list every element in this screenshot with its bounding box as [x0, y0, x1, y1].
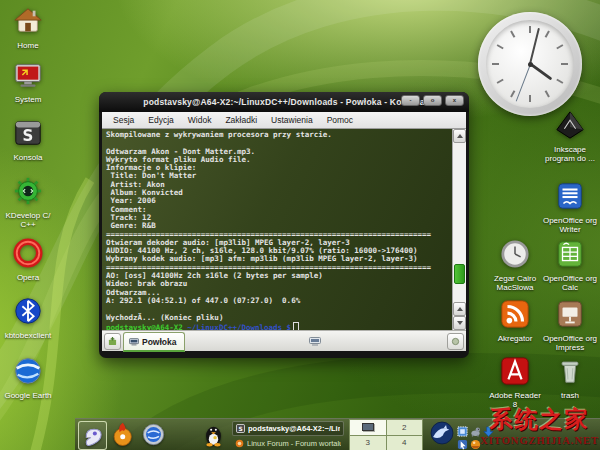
desktop-icon-adobe[interactable]: Adobe Reader 8 — [487, 356, 543, 409]
launcher-tux[interactable] — [200, 421, 227, 448]
tray-icon-cursor[interactable] — [457, 436, 469, 448]
prompt-path: ~/LinuxDC++/Downloads — [183, 323, 282, 330]
taskbar-browser-task[interactable]: Linux Forum - Forum wortalu — [232, 437, 344, 450]
desktop-icon-googleearth[interactable]: Google Earth — [0, 356, 56, 400]
desktop-icon-oowriter[interactable]: OpenOffice org Writer — [542, 181, 598, 234]
desktop: podstavsky@A64-X2:~/LinuxDC++/Downloads … — [0, 0, 600, 450]
tray-download-icon — [483, 426, 494, 437]
pager-desktop-4[interactable]: 4 — [387, 436, 423, 450]
desktop-icon-home[interactable]: Home — [0, 6, 56, 50]
minimize-button[interactable]: - — [401, 95, 420, 106]
desktop-icon-kbtobexclient[interactable]: kbtobexclient — [0, 296, 56, 340]
terminal-line: Album: Konvicted — [106, 189, 452, 197]
arrow-up-icon — [457, 307, 463, 311]
terminal-line: A: 292.1 (04:52.1) of 447.0 (07:27.0) 0.… — [106, 297, 452, 305]
desktop-icon-oocalc[interactable]: OpenOffice org Calc — [542, 239, 598, 292]
desktop-icon-kdevelop[interactable]: KDevelop C/ C++ — [0, 176, 56, 229]
desktop-icon-label-oowriter: OpenOffice org Writer — [542, 216, 598, 234]
desktop-icon-label-adobe: Adobe Reader 8 — [487, 391, 543, 409]
shell-prompt: podstavsky@A64-X2 ~/LinuxDC++/Downloads … — [106, 322, 452, 330]
desktop-pager: 234 — [349, 419, 423, 450]
terminal-cursor — [293, 322, 299, 330]
terminal-line: Track: 12 — [106, 214, 452, 222]
desktop-icon-label-oocalc: OpenOffice org Calc — [542, 274, 598, 292]
oocalc-icon — [555, 239, 585, 269]
desktop-icon-system[interactable]: System — [0, 60, 56, 104]
scrollbar-track[interactable] — [453, 143, 466, 302]
launcher-konqueror[interactable] — [140, 421, 167, 448]
pager-desktop-3[interactable]: 3 — [350, 436, 386, 450]
close-button[interactable]: x — [445, 95, 464, 106]
konsole-window: podstavsky@A64-X2:~/LinuxDC++/Downloads … — [99, 92, 469, 358]
maximize-button[interactable]: o — [423, 95, 442, 106]
desktop-icon-label-googleearth: Google Earth — [0, 391, 56, 400]
new-session-button[interactable] — [104, 333, 121, 350]
tab-label: Powłoka — [142, 337, 176, 347]
tray-cursor-icon — [457, 439, 468, 450]
session-list-button[interactable] — [447, 333, 464, 350]
scrollbar-thumb[interactable] — [454, 264, 465, 284]
session-list-icon — [451, 337, 460, 346]
oowriter-icon — [555, 181, 585, 211]
tray-icon-grid — [457, 423, 495, 448]
terminal-line: Comment: — [106, 206, 452, 214]
window-buttons: -ox — [401, 95, 464, 106]
menu-bar: SesjaEdycjaWidokZakładkiUstawieniaPomoc — [102, 112, 466, 129]
google-earth-icon — [13, 356, 43, 386]
scroll-up-button[interactable] — [453, 129, 466, 143]
desktop-icon-zegar[interactable]: Zegar Cairo MacSlowa — [487, 239, 543, 292]
desktop-icon-label-zegar: Zegar Cairo MacSlowa — [487, 274, 543, 292]
gentoo-launcher-icon — [80, 423, 105, 448]
menu-item-zakladki[interactable]: Zakładki — [218, 115, 264, 125]
konqueror-launcher-icon — [141, 422, 166, 447]
clock-widget[interactable] — [478, 12, 582, 116]
window-titlebar[interactable]: podstavsky@A64-X2:~/LinuxDC++/Downloads … — [99, 92, 469, 112]
launcher-k3b[interactable] — [110, 421, 137, 448]
ooimpress-icon — [555, 299, 585, 329]
taskbar-konsole-task[interactable]: Spodstavsky@A64-X2:~/Linux — [232, 421, 344, 436]
desktop-icon-label-system: System — [0, 95, 56, 104]
terminal-line: Skompilowane z wykrywaniem procesora prz… — [106, 131, 452, 139]
launcher-gentoo[interactable] — [78, 421, 107, 450]
tray-icon-download-arrow[interactable] — [483, 423, 495, 435]
menu-item-pomoc[interactable]: Pomoc — [320, 115, 360, 125]
scrollbar[interactable] — [452, 129, 466, 330]
tray-icon-dcpp[interactable] — [429, 420, 455, 450]
tux-launcher-icon — [201, 422, 226, 447]
desktop-icon-ooimpress[interactable]: OpenOffice org Impress — [542, 299, 598, 352]
kdevelop-icon — [13, 176, 43, 206]
menu-item-edycja[interactable]: Edycja — [141, 115, 181, 125]
terminal-output: Skompilowane z wykrywaniem procesora prz… — [106, 131, 452, 322]
akregator-icon — [500, 299, 530, 329]
taskbar-panel: Spodstavsky@A64-X2:~/LinuxLinux Forum - … — [75, 418, 600, 450]
tab-powloka[interactable]: Powłoka — [123, 332, 185, 352]
launcher-konsole[interactable] — [170, 421, 197, 448]
desktop-icon-label-ooimpress: OpenOffice org Impress — [542, 334, 598, 352]
desktop-icon-akregator[interactable]: Akregator — [487, 299, 543, 343]
task-list: Spodstavsky@A64-X2:~/LinuxLinux Forum - … — [232, 421, 344, 450]
arrow-up-icon — [457, 134, 463, 138]
scroll-down-button[interactable] — [453, 316, 466, 330]
desktop-icon-konsola[interactable]: SKonsola — [0, 118, 56, 162]
menu-item-sesja[interactable]: Sesja — [106, 115, 141, 125]
inkscape-icon — [555, 110, 585, 140]
pager-desktop-1[interactable] — [350, 420, 386, 435]
desktop-icon-label-kbtobexclient: kbtobexclient — [0, 331, 56, 340]
tray-icon-stamp[interactable] — [457, 423, 469, 435]
opera-icon — [13, 238, 43, 268]
bluetooth-icon — [13, 296, 43, 326]
pager-desktop-2[interactable]: 2 — [387, 420, 423, 435]
svg-text:S: S — [23, 127, 34, 145]
desktop-icon-opera[interactable]: Opera — [0, 238, 56, 282]
trash-icon — [555, 356, 585, 386]
tray-icon-ball[interactable] — [470, 436, 482, 448]
menu-item-ustawienia[interactable]: Ustawienia — [264, 115, 320, 125]
terminal[interactable]: Skompilowane z wykrywaniem procesora prz… — [102, 129, 452, 330]
tabbar-center-icon — [309, 337, 321, 346]
menu-item-widok[interactable]: Widok — [181, 115, 219, 125]
scroll-up-button-2[interactable] — [453, 302, 466, 316]
tray-icon-dog[interactable] — [470, 423, 482, 435]
desktop-icon-label-akregator: Akregator — [487, 334, 543, 343]
desktop-icon-inkscape[interactable]: Inkscape program do ... — [542, 110, 598, 163]
desktop-icon-trash[interactable]: trash — [542, 356, 598, 400]
